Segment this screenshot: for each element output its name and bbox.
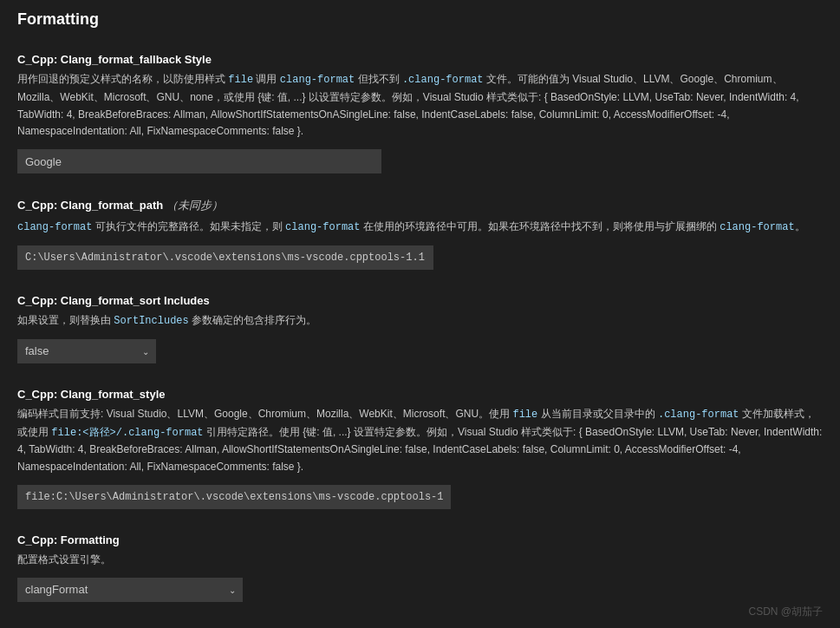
- section-sort-includes: C_Cpp: Clang_format_sort Includes 如果设置，则…: [17, 294, 823, 363]
- section-title-fallback: C_Cpp: Clang_format_fallback Style: [17, 53, 823, 66]
- section-desc-path: clang-format 可执行文件的完整路径。如果未指定，则 clang-fo…: [17, 219, 823, 237]
- format-style-input[interactable]: [17, 485, 451, 509]
- format-path-input[interactable]: [17, 245, 433, 270]
- section-desc-style: 编码样式目前支持: Visual Studio、LLVM、Google、Chro…: [17, 406, 823, 476]
- section-title-style: C_Cpp: Clang_format_style: [17, 388, 823, 401]
- section-title-sort: C_Cpp: Clang_format_sort Includes: [17, 294, 823, 307]
- section-title-path: C_Cpp: Clang_format_path （未同步）: [17, 198, 823, 213]
- section-formatting: C_Cpp: Formatting 配置格式设置引擎。 clangFormat …: [17, 533, 823, 602]
- section-format-path: C_Cpp: Clang_format_path （未同步） clang-for…: [17, 198, 823, 270]
- section-fallback-style: C_Cpp: Clang_format_fallback Style 用作回退的…: [17, 53, 823, 173]
- credit-label: CSDN @胡茄子: [748, 605, 823, 619]
- formatting-select[interactable]: clangFormat vcFormat disabled: [17, 578, 243, 602]
- section-desc-formatting: 配置格式设置引擎。: [17, 552, 823, 569]
- section-title-formatting: C_Cpp: Formatting: [17, 533, 823, 546]
- section-format-style: C_Cpp: Clang_format_style 编码样式目前支持: Visu…: [17, 388, 823, 509]
- page-title: Formatting: [17, 10, 823, 36]
- section-desc-sort: 如果设置，则替换由 SortIncludes 参数确定的包含排序行为。: [17, 312, 823, 330]
- section-desc-fallback: 用作回退的预定义样式的名称，以防使用样式 file 调用 clang-forma…: [17, 71, 823, 141]
- formatting-select-container: clangFormat vcFormat disabled ⌄: [17, 578, 243, 602]
- unsync-label: （未同步）: [166, 199, 223, 212]
- settings-page: Formatting C_Cpp: Clang_format_fallback …: [0, 0, 840, 628]
- sort-includes-select-container: false true ⌄: [17, 339, 156, 363]
- sort-includes-select[interactable]: false true: [17, 339, 156, 363]
- fallback-style-input[interactable]: [17, 149, 381, 173]
